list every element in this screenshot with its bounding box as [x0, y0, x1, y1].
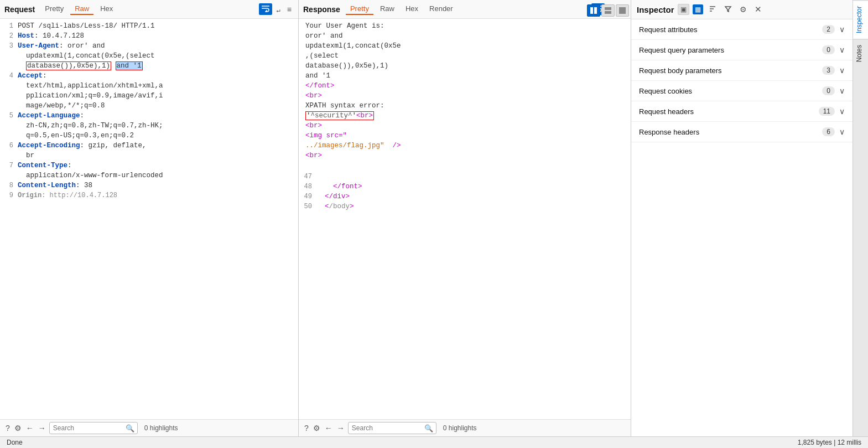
code-line-4: 4 Accept: text/html,application/xhtml+xm… — [0, 71, 298, 111]
inspector-row-cookies-label: Request cookies — [639, 87, 822, 95]
svg-rect-4 — [619, 7, 626, 14]
code-line-6: 6 Accept-Encoding: gzip, deflate, br — [0, 141, 298, 161]
request-menu-icon[interactable]: ≡ — [285, 4, 294, 15]
inspector-row-resp-headers-label: Response headers — [639, 128, 822, 136]
request-tab-pretty[interactable]: Pretty — [40, 3, 68, 15]
inspector-row-query[interactable]: Request query parameters 0 ∨ — [631, 40, 853, 60]
inspector-row-attributes[interactable]: Request attributes 2 ∨ — [631, 19, 853, 40]
response-tab-pretty[interactable]: Pretty — [346, 3, 373, 15]
inspector-row-req-headers[interactable]: Request headers 11 ∨ — [631, 101, 853, 122]
response-panel: Response Pretty Raw Hex Render ↵ ≡ Your … — [299, 0, 631, 436]
code-line-3: 3 User-Agent: oror' and updatexml(1,conc… — [0, 41, 298, 71]
resp-line-8: <br> — [299, 91, 631, 101]
request-title: Request — [4, 5, 35, 14]
response-code-area: Your User Agent is: oror' and updatexml(… — [299, 19, 631, 419]
resp-line-3: updatexml(1,concat(0x5e — [299, 41, 631, 51]
view-vertical-icon[interactable] — [616, 4, 629, 17]
status-bar: Done 1,825 bytes | 12 millis — [0, 436, 868, 448]
request-help-btn[interactable]: ? — [4, 423, 11, 434]
request-settings-btn[interactable]: ⚙ — [13, 423, 23, 434]
code-line-1: 1 POST /sqli-labs/Less-18/ HTTP/1.1 — [0, 21, 298, 31]
response-forward-btn[interactable]: → — [336, 423, 346, 434]
inspector-row-body-chevron: ∨ — [839, 66, 845, 75]
inspector-row-cookies[interactable]: Request cookies 0 ∨ — [631, 81, 853, 101]
request-search-mag-icon: 🔍 — [126, 424, 134, 432]
request-back-btn[interactable]: ← — [25, 423, 35, 434]
request-search-bar: ? ⚙ ← → 🔍 0 highlights — [0, 419, 298, 436]
resp-line-1: Your User Agent is: — [299, 21, 631, 31]
side-tab-notes[interactable]: Notes — [853, 39, 868, 68]
code-line-5: 5 Accept-Language: zh-CN,zh;q=0.8,zh-TW;… — [0, 111, 298, 141]
code-line-9: 9 Origin: http://10.4.7.128 — [0, 190, 298, 200]
inspector-row-query-count: 0 — [822, 45, 835, 54]
resp-line-14: <br> — [299, 151, 631, 161]
inspector-row-cookies-count: 0 — [822, 86, 835, 95]
svg-rect-1 — [594, 7, 597, 14]
request-tab-hex[interactable]: Hex — [96, 3, 117, 15]
side-tab-panel: Inspector Notes — [853, 0, 868, 436]
side-tab-inspector[interactable]: Inspector — [853, 0, 868, 39]
response-search-bar: ? ⚙ ← → 🔍 0 highlights — [299, 419, 631, 436]
response-highlights-text: 0 highlights — [443, 424, 477, 432]
inspector-row-resp-headers-count: 6 — [822, 127, 835, 136]
request-wrap-icon[interactable] — [259, 3, 272, 15]
resp-line-50: 50 </body> — [299, 202, 631, 212]
response-title: Response — [303, 5, 340, 14]
inspector-row-req-headers-label: Request headers — [639, 107, 819, 116]
inspector-row-attributes-label: Request attributes — [639, 25, 822, 34]
svg-rect-0 — [590, 7, 593, 14]
resp-line-7: </font> — [299, 81, 631, 91]
resp-line-10: '^security^'<br> — [299, 111, 631, 121]
response-back-btn[interactable]: ← — [324, 423, 334, 434]
request-forward-btn[interactable]: → — [37, 423, 47, 434]
response-settings-btn[interactable]: ⚙ — [312, 423, 321, 434]
request-highlights-text: 0 highlights — [144, 424, 178, 432]
request-search-input[interactable] — [49, 422, 138, 434]
resp-line-13: ../images/flag.jpg" /> — [299, 141, 631, 151]
inspector-icon1-btn[interactable]: ▣ — [678, 4, 689, 15]
inspector-title: Inspector — [637, 5, 674, 14]
resp-line-49: 49 </div> — [299, 192, 631, 202]
inspector-filter-icon[interactable] — [722, 4, 734, 16]
inspector-row-resp-headers-chevron: ∨ — [839, 127, 845, 136]
inspector-row-attributes-count: 2 — [822, 25, 835, 34]
inspector-row-req-headers-chevron: ∨ — [839, 107, 845, 116]
inspector-row-req-headers-count: 11 — [819, 107, 835, 116]
inspector-row-body[interactable]: Request body parameters 3 ∨ — [631, 60, 853, 81]
code-line-8: 8 Content-Length: 38 — [0, 181, 298, 190]
resp-line-12: <img src=" — [299, 131, 631, 141]
inspector-row-cookies-chevron: ∨ — [839, 86, 845, 95]
resp-line-6: and '1 — [299, 71, 631, 81]
resp-line-48: 48 </font> — [299, 182, 631, 192]
inspector-settings-icon[interactable]: ⚙ — [737, 4, 749, 15]
response-tab-render[interactable]: Render — [425, 3, 458, 15]
request-tab-raw[interactable]: Raw — [70, 3, 93, 15]
inspector-close-btn[interactable]: ✕ — [752, 3, 764, 16]
status-right: 1,825 bytes | 12 millis — [798, 439, 861, 446]
response-tab-hex[interactable]: Hex — [401, 3, 423, 15]
inspector-row-query-chevron: ∨ — [839, 45, 845, 54]
code-line-2: 2 Host: 10.4.7.128 — [0, 31, 298, 41]
view-horizontal-icon[interactable] — [601, 4, 615, 17]
request-newline-icon[interactable]: ↵ — [274, 4, 283, 15]
resp-line-47: 47 — [299, 172, 631, 182]
response-tab-raw[interactable]: Raw — [376, 3, 399, 15]
view-split-icon[interactable] — [587, 4, 600, 17]
resp-line-9: XPATH syntax error: — [299, 101, 631, 111]
request-header: Request Pretty Raw Hex ↵ ≡ — [0, 0, 298, 19]
resp-line-4: ,(select — [299, 51, 631, 61]
inspector-header: Inspector ▣ ▦ ⚙ ✕ — [631, 0, 853, 19]
request-code-area: 1 POST /sqli-labs/Less-18/ HTTP/1.1 2 Ho… — [0, 19, 298, 419]
resp-line-5: database()),0x5e),1) — [299, 61, 631, 71]
response-search-input[interactable] — [348, 422, 436, 434]
request-panel: Request Pretty Raw Hex ↵ ≡ 1 POST /sqli-… — [0, 0, 299, 436]
inspector-row-resp-headers[interactable]: Response headers 6 ∨ — [631, 122, 853, 142]
inspector-row-query-label: Request query parameters — [639, 46, 822, 54]
inspector-icon2-btn[interactable]: ▦ — [693, 4, 703, 14]
response-help-btn[interactable]: ? — [303, 423, 310, 434]
status-left: Done — [7, 439, 23, 446]
svg-rect-3 — [605, 11, 611, 14]
inspector-panel: Inspector ▣ ▦ ⚙ ✕ Request attributes 2 ∨… — [631, 0, 853, 436]
code-line-7: 7 Content-Type: application/x-www-form-u… — [0, 161, 298, 181]
inspector-sort-icon[interactable] — [706, 4, 719, 16]
